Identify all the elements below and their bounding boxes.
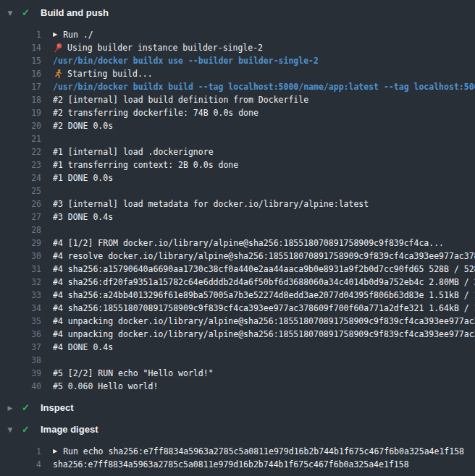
log-line: 1 ▶Run ./	[0, 28, 475, 41]
log-text: #4 sha256:df20fa9351a15782c64e6dddb2d4a6…	[53, 277, 475, 287]
log-line: 30 #4 resolve docker.io/library/alpine@s…	[0, 250, 475, 263]
check-icon: ✓	[20, 7, 31, 20]
log-line-content: /usr/bin/docker buildx build --tag local…	[53, 82, 475, 92]
runner-icon	[53, 69, 63, 79]
line-number[interactable]: 4	[0, 459, 41, 469]
line-number[interactable]: 20	[0, 121, 41, 131]
line-number[interactable]: 27	[0, 212, 41, 222]
line-number[interactable]: 19	[0, 108, 41, 118]
log-line-content: #1 transferring context: 2B 0.0s done	[53, 160, 475, 170]
expand-group-icon[interactable]: ▶	[53, 28, 57, 41]
line-number[interactable]: 40	[0, 381, 41, 391]
line-number[interactable]: 21	[0, 134, 41, 144]
log-step-section: ▼ ✓ Build and push 1 ▶Run ./ 14 Using bu…	[0, 7, 475, 393]
log-text: #4 sha256:a15790640a6690aa1730c38cf0a440…	[53, 264, 475, 274]
chevron-down-icon[interactable]: ▼	[6, 7, 14, 20]
line-number[interactable]: 39	[0, 368, 41, 378]
log-text: Run ./	[63, 30, 93, 40]
log-text: #1 DONE 0.0s	[53, 173, 113, 183]
line-number[interactable]: 30	[0, 251, 41, 261]
log-line: 16 Starting build...	[0, 67, 475, 80]
log-line-content: #4 sha256:a24bb4013296f61e89ba57005a7b3e…	[53, 290, 475, 300]
line-number[interactable]: 23	[0, 160, 41, 170]
step-header-inspect[interactable]: ▶ ✓ Inspect	[0, 401, 475, 415]
log-line-content: #2 [internal] load build definition from…	[53, 95, 475, 105]
line-number[interactable]: 17	[0, 82, 41, 92]
log-line: 40 #5 0.060 Hello world!	[0, 380, 475, 393]
log-text: Starting build...	[67, 69, 153, 79]
line-number[interactable]: 37	[0, 342, 41, 352]
log-line-content: #2 DONE 0.0s	[53, 121, 475, 131]
log-line: 4 sha256:e7ff8834a5963a2785c5a0811e979d1…	[0, 458, 475, 471]
chevron-down-icon[interactable]: ▼	[6, 423, 14, 436]
log-text: #5 0.060 Hello world!	[53, 381, 158, 391]
log-line-content: Starting build...	[53, 69, 475, 79]
line-number[interactable]: 18	[0, 95, 41, 105]
log-line: 27 #3 DONE 0.4s	[0, 211, 475, 224]
line-number[interactable]: 1	[0, 30, 41, 40]
line-number[interactable]: 14	[0, 43, 41, 53]
step-header-build-and-push[interactable]: ▼ ✓ Build and push	[0, 7, 475, 20]
step-header-image-digest[interactable]: ▼ ✓ Image digest	[0, 423, 475, 436]
log-line: 15 /usr/bin/docker buildx use --builder …	[0, 54, 475, 67]
log-line: 32 #4 sha256:df20fa9351a15782c64e6dddb2d…	[0, 276, 475, 289]
check-icon: ✓	[20, 423, 31, 436]
log-line-content: #1 [internal] load .dockerignore	[53, 147, 475, 157]
line-number[interactable]: 28	[0, 225, 41, 235]
log-line: 38	[0, 354, 475, 367]
log-line-content: sha256:e7ff8834a5963a2785c5a0811e979d16b…	[53, 459, 475, 469]
log-line-content: Using builder instance builder-single-2	[53, 43, 475, 53]
log-line-content: #4 resolve docker.io/library/alpine@sha2…	[53, 251, 475, 261]
log-line: 17 /usr/bin/docker buildx build --tag lo…	[0, 80, 475, 93]
line-number[interactable]: 35	[0, 316, 41, 326]
log-line-content: #2 transferring dockerfile: 74B 0.0s don…	[53, 108, 475, 118]
line-number[interactable]: 38	[0, 355, 41, 365]
line-number[interactable]: 32	[0, 277, 41, 287]
log-text: #2 [internal] load build definition from…	[53, 95, 308, 105]
log-text: #4 unpacking docker.io/library/alpine@sh…	[53, 329, 475, 339]
line-number[interactable]: 1	[0, 446, 41, 456]
line-number[interactable]: 26	[0, 199, 41, 209]
chevron-right-icon[interactable]: ▶	[6, 401, 14, 415]
log-text: #4 sha256:185518070891758909c9f839cf4ca3…	[53, 303, 475, 313]
step-title: Inspect	[41, 401, 74, 415]
log-text: #1 transferring context: 2B 0.0s done	[53, 160, 238, 170]
log-line: 29 #4 [1/2] FROM docker.io/library/alpin…	[0, 237, 475, 250]
log-text: #3 [internal] load metadata for docker.i…	[53, 199, 369, 209]
log-step-section: ▼ ✓ Image digest 1 ▶Run echo sha256:e7ff…	[0, 423, 475, 471]
line-number[interactable]: 25	[0, 186, 41, 196]
line-number[interactable]: 22	[0, 147, 41, 157]
step-title: Image digest	[41, 423, 98, 436]
log-line-content: #5 0.060 Hello world!	[53, 381, 475, 391]
log-text: Using builder instance builder-single-2	[67, 43, 263, 53]
step-title: Build and push	[41, 7, 109, 20]
line-number[interactable]: 29	[0, 238, 41, 248]
log-line: 35 #4 unpacking docker.io/library/alpine…	[0, 315, 475, 328]
line-number[interactable]: 33	[0, 290, 41, 300]
step-log-lines: 1 ▶Run echo sha256:e7ff8834a5963a2785c5a…	[0, 445, 475, 471]
line-number[interactable]: 24	[0, 173, 41, 183]
log-line-content: #4 DONE 0.4s	[53, 342, 475, 352]
log-line: 23 #1 transferring context: 2B 0.0s done	[0, 158, 475, 171]
line-number[interactable]: 36	[0, 329, 41, 339]
log-line-content: ▶Run echo sha256:e7ff8834a5963a2785c5a08…	[53, 445, 475, 458]
log-text: #5 [2/2] RUN echo "Hello world!"	[53, 368, 214, 378]
expand-group-icon[interactable]: ▶	[53, 445, 57, 458]
log-line-content: ▶Run ./	[53, 28, 475, 41]
log-line: 14 Using builder instance builder-single…	[0, 41, 475, 54]
log-line-content: /usr/bin/docker buildx use --builder bui…	[53, 56, 475, 66]
log-text: #4 [1/2] FROM docker.io/library/alpine@s…	[53, 238, 444, 248]
log-line: 25	[0, 184, 475, 197]
line-number[interactable]: 15	[0, 56, 41, 66]
log-line-content: #4 sha256:df20fa9351a15782c64e6dddb2d4a6…	[53, 277, 475, 287]
log-step-section: ▶ ✓ Inspect	[0, 401, 475, 415]
log-line: 37 #4 DONE 0.4s	[0, 341, 475, 354]
line-number[interactable]: 16	[0, 69, 41, 79]
log-line: 28	[0, 224, 475, 237]
log-line: 33 #4 sha256:a24bb4013296f61e89ba57005a7…	[0, 289, 475, 302]
log-line-content: #5 [2/2] RUN echo "Hello world!"	[53, 368, 475, 378]
line-number[interactable]: 34	[0, 303, 41, 313]
log-text: #4 unpacking docker.io/library/alpine@sh…	[53, 316, 475, 326]
log-text: #4 sha256:a24bb4013296f61e89ba57005a7b3e…	[53, 290, 475, 300]
line-number[interactable]: 31	[0, 264, 41, 274]
